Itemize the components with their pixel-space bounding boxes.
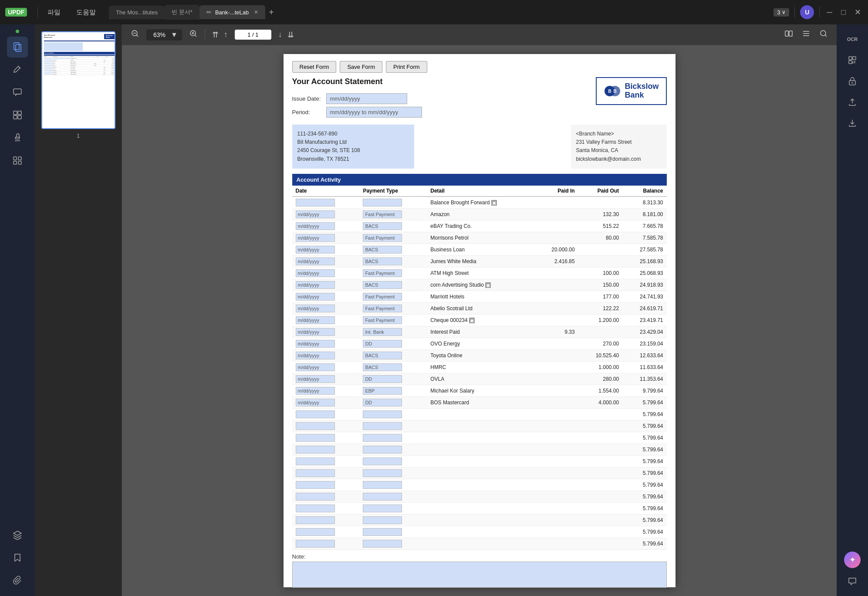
form-body: Your Account Statement Issue Date: Perio… — [284, 77, 675, 596]
table-row: Balance Brought Forward ▣8.313.30 — [292, 196, 667, 209]
menu-help[interactable]: 도움말 — [70, 6, 102, 19]
period-label: Period: — [292, 109, 323, 115]
table-row: 5.799.64 — [292, 514, 667, 526]
table-row: OVLA280.0011.353.64 — [292, 373, 667, 385]
divider2 — [794, 7, 795, 17]
svg-rect-3 — [14, 111, 17, 115]
zoom-out-button[interactable] — [129, 27, 141, 42]
sidebar-icon-layers[interactable] — [7, 525, 28, 545]
lock-icon — [848, 76, 857, 86]
save-form-button[interactable]: Save Form — [340, 61, 382, 73]
nav-arrows-next: ↓ ⇊ — [277, 28, 296, 41]
svg-rect-4 — [18, 111, 21, 115]
add-tab-button[interactable]: + — [265, 6, 277, 19]
scan-icon — [848, 55, 857, 65]
sidebar-right: OCR — [837, 24, 868, 596]
sidebar-right-scan[interactable] — [843, 51, 862, 70]
reset-form-button[interactable]: Reset Form — [292, 61, 337, 73]
sidebar-icon-document[interactable] — [7, 37, 28, 58]
sidebar-icon-bookmark[interactable] — [7, 547, 28, 568]
sidebar-right-ai[interactable]: ✦ — [844, 552, 861, 568]
maximize-button[interactable]: □ — [839, 6, 848, 19]
branch-address-box: <Branch Name> 231 Valley Farms Street Sa… — [571, 125, 667, 169]
first-page-button[interactable]: ⇈ — [210, 28, 220, 41]
table-body: Balance Brought Forward ▣8.313.30Amazon1… — [292, 196, 667, 550]
bickslow-bank-icon: B B — [604, 85, 621, 98]
zoom-in-button[interactable] — [187, 27, 199, 42]
search-button[interactable] — [817, 27, 830, 42]
sidebar-right-chat[interactable] — [843, 572, 862, 591]
period-row: Period: — [292, 107, 422, 118]
svg-point-15 — [821, 30, 826, 36]
prev-page-button[interactable]: ↑ — [222, 28, 230, 41]
svg-rect-0 — [14, 43, 19, 50]
sidebar-icon-pages[interactable] — [7, 105, 28, 125]
thumbnail-page-1[interactable]: Your AccountStatement BickslowBank Accou… — [41, 31, 115, 129]
table-row: 5.799.64 — [292, 538, 667, 549]
svg-rect-22 — [849, 61, 852, 64]
sidebar-icon-edit[interactable] — [7, 59, 28, 80]
issue-date-row: Issue Date: — [292, 93, 422, 104]
col-payment-type: Payment Type — [359, 186, 427, 196]
list-view-button[interactable] — [800, 27, 812, 42]
table-row: 5.799.64 — [292, 420, 667, 432]
divider3 — [819, 7, 820, 17]
col-balance: Balance — [622, 186, 666, 196]
page-count-badge[interactable]: 3 ∨ — [773, 8, 789, 17]
attachment-icon — [13, 576, 22, 585]
menu-file[interactable]: 파일 — [41, 6, 67, 19]
sidebar-right-upload[interactable] — [843, 92, 862, 112]
sidebar-right-ocr[interactable]: OCR — [843, 30, 862, 49]
reader-mode-button[interactable] — [783, 27, 795, 42]
minimize-button[interactable]: ─ — [825, 6, 834, 19]
ai-star-icon: ✦ — [849, 555, 856, 565]
user-avatar[interactable]: U — [800, 5, 814, 19]
svg-rect-23 — [849, 81, 855, 85]
note-input[interactable] — [292, 562, 667, 588]
tab-3[interactable]: ✏ Bank-...teLab ✕ — [199, 5, 265, 19]
sidebar-icon-stamp[interactable] — [7, 127, 28, 148]
last-page-button[interactable]: ⇊ — [286, 28, 296, 41]
company-name: Bit Manufacturing Ltd — [297, 138, 409, 146]
sidebar-icon-attachment[interactable] — [7, 570, 28, 591]
thumbnail-page-number: 1 — [77, 132, 80, 139]
svg-rect-9 — [14, 161, 17, 164]
sidebar-icon-comment[interactable] — [7, 82, 28, 103]
next-page-button[interactable]: ↓ — [277, 28, 284, 41]
form-header: Your Account Statement Issue Date: Perio… — [292, 77, 667, 118]
sidebar-right-download[interactable] — [843, 113, 862, 132]
page-number-input[interactable] — [240, 31, 266, 38]
pdf-content-area[interactable]: Reset Form Save Form Print Form Your Acc… — [122, 45, 837, 596]
bank-logo-icon: B B — [604, 85, 621, 98]
tab-3-close[interactable]: ✕ — [254, 9, 258, 15]
note-label: Note: — [292, 553, 667, 560]
table-row: Michael Kor Salary1.554.009.799.64 — [292, 385, 667, 396]
edit-icon — [13, 65, 22, 74]
chat-icon — [848, 576, 857, 586]
account-title: Your Account Statement — [292, 77, 422, 86]
table-row: Cheque 000234 ▣1.200.0023.419.71 — [292, 314, 667, 326]
bookmark-icon — [13, 553, 22, 562]
form-left: Your Account Statement Issue Date: Perio… — [292, 77, 422, 118]
tab-3-label: Bank-...teLab — [215, 9, 249, 16]
stamp-icon — [13, 133, 22, 142]
tab-1[interactable]: The Mos...titutes — [109, 6, 165, 19]
period-input[interactable] — [326, 107, 422, 118]
table-row: Amazon132.308.181.00 — [292, 208, 667, 220]
svg-rect-7 — [14, 157, 17, 160]
zoom-in-icon — [189, 29, 198, 38]
tab-2[interactable]: 빈 문서* — [165, 5, 199, 20]
issue-date-input[interactable] — [326, 93, 407, 104]
table-row: 5.799.64 — [292, 491, 667, 502]
table-row: Morrisons Petrol80.007.585.78 — [292, 232, 667, 244]
table-header-row: Date Payment Type Detail Paid In Paid Ou… — [292, 186, 667, 196]
sidebar-right-bottom: ✦ — [843, 552, 862, 591]
sidebar-icon-organize[interactable] — [7, 150, 28, 171]
col-detail: Detail — [427, 186, 534, 196]
print-form-button[interactable]: Print Form — [386, 61, 427, 73]
tab-1-label: The Mos...titutes — [116, 9, 158, 16]
sidebar-right-lock[interactable] — [843, 71, 862, 91]
close-button[interactable]: ✕ — [853, 6, 863, 19]
zoom-dropdown-icon[interactable]: ▼ — [171, 31, 178, 39]
bank-name: Bickslow Bank — [625, 82, 659, 100]
